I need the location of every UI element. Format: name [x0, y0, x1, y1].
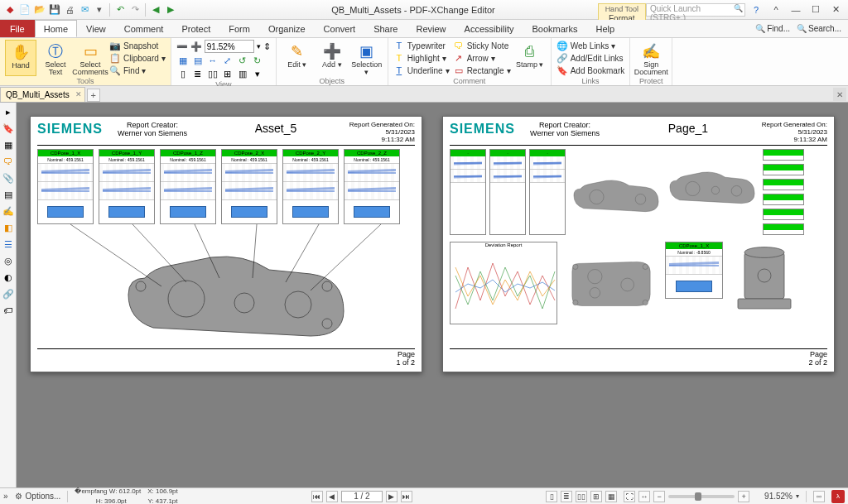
arrow-button[interactable]: ↗Arrow▾: [453, 52, 511, 64]
zoom-out-icon[interactable]: ➖: [176, 41, 188, 52]
panel-options-icon[interactable]: ▸: [2, 106, 14, 118]
content-panel-icon[interactable]: ☰: [2, 238, 14, 250]
undo-icon[interactable]: ↶: [113, 3, 127, 17]
select-comments-button[interactable]: ▭ Select Comments: [75, 40, 106, 76]
menu-bookmarks[interactable]: Bookmarks: [523, 20, 586, 37]
layout-two-icon[interactable]: ▯▯: [576, 491, 587, 502]
links-panel-icon[interactable]: 🔗: [2, 288, 14, 300]
status-expand-icon[interactable]: »: [3, 492, 8, 501]
close-all-tabs-icon[interactable]: ✕: [833, 88, 846, 101]
rotate-cw-icon[interactable]: ↻: [251, 55, 264, 66]
save-icon[interactable]: 💾: [48, 3, 61, 17]
select-text-button[interactable]: Ⓣ Select Text: [40, 40, 71, 76]
bookmarks-panel-icon[interactable]: 🔖: [2, 122, 14, 134]
find-tool-button[interactable]: 🔍Find▾: [109, 65, 166, 76]
document-tab[interactable]: QB_Multi_Assets ✕: [0, 87, 85, 102]
menu-comment[interactable]: Comment: [115, 20, 173, 37]
typewriter-button[interactable]: TTypewriter: [393, 40, 450, 51]
hand-button[interactable]: ✋ Hand: [5, 40, 36, 76]
fit-width-btn-icon[interactable]: ↔: [638, 491, 650, 502]
menu-home[interactable]: Home: [35, 20, 77, 37]
zoom-menu-icon[interactable]: ▾: [796, 492, 799, 500]
page-viewport[interactable]: SIEMENS Report Creator:Werner von Siemen…: [17, 103, 848, 487]
stamp-button[interactable]: ⎙Stamp ▾: [514, 40, 546, 76]
add-button[interactable]: ➕Add ▾: [316, 40, 348, 76]
zoom-spin-icon[interactable]: ⇕: [263, 41, 271, 52]
nav-fwd-icon[interactable]: ▶: [164, 3, 177, 17]
page-number-field[interactable]: 1 / 2: [341, 491, 383, 502]
zoom-out-btn-icon[interactable]: −: [653, 491, 665, 502]
fit-visible-icon[interactable]: ⤢: [221, 55, 234, 66]
menu-protect[interactable]: Protect: [172, 20, 219, 37]
close-tab-icon[interactable]: ✕: [75, 90, 82, 98]
layout-grid-icon[interactable]: ▦: [605, 491, 617, 502]
prev-page-icon[interactable]: ◀: [326, 491, 338, 502]
menu-convert[interactable]: Convert: [315, 20, 365, 37]
new-icon[interactable]: 📄: [18, 3, 31, 17]
print-icon[interactable]: 🖨: [63, 3, 76, 17]
edit-button[interactable]: ✎Edit ▾: [282, 40, 313, 76]
destinations-panel-icon[interactable]: ◎: [2, 255, 14, 266]
layout-icon[interactable]: ▥: [236, 68, 249, 79]
single-page-icon[interactable]: ▯: [176, 68, 190, 79]
zoom-value-field[interactable]: 91.52%: [205, 40, 254, 53]
two-page-icon[interactable]: ▯▯: [206, 68, 219, 79]
add-tab-button[interactable]: +: [87, 89, 100, 102]
selection-button[interactable]: ▣Selection ▾: [351, 40, 383, 76]
layers-panel-icon[interactable]: ◧: [2, 222, 14, 233]
two-cont-icon[interactable]: ⊞: [221, 68, 234, 79]
redo-icon[interactable]: ↷: [128, 3, 142, 17]
zoom-slider[interactable]: [668, 495, 735, 498]
fit-width-icon[interactable]: ↔: [206, 55, 219, 66]
menu-view[interactable]: View: [77, 20, 115, 37]
layout-twocont-icon[interactable]: ⊞: [590, 491, 602, 502]
sticky-note-button[interactable]: 🗨Sticky Note: [453, 40, 511, 51]
menu-form[interactable]: Form: [219, 20, 259, 37]
view-more-icon[interactable]: ▾: [251, 68, 264, 79]
menu-accessibility[interactable]: Accessibility: [455, 20, 523, 37]
zoom-in-btn-icon[interactable]: +: [738, 491, 749, 502]
zoom-in-icon[interactable]: ➕: [190, 41, 202, 52]
quick-launch-input[interactable]: Quick Launch (STRG+.): [646, 3, 745, 17]
fields-panel-icon[interactable]: ▤: [2, 189, 14, 200]
dcontrast-panel-icon[interactable]: ◐: [2, 271, 14, 283]
options-button[interactable]: ⚙ Options...: [15, 492, 61, 501]
layout-single-icon[interactable]: ▯: [546, 491, 557, 502]
attachments-panel-icon[interactable]: 📎: [2, 172, 14, 184]
snapshot-button[interactable]: 📷Snapshot: [109, 40, 166, 51]
rotate-ccw-icon[interactable]: ↺: [236, 55, 249, 66]
comments-panel-icon[interactable]: 🗨: [2, 156, 14, 167]
layout-cont-icon[interactable]: ≣: [561, 491, 572, 502]
menu-help[interactable]: Help: [587, 20, 624, 37]
signatures-panel-icon[interactable]: ✍: [2, 205, 14, 217]
maximize-icon[interactable]: ☐: [807, 2, 825, 17]
search-button[interactable]: 🔍Search...: [797, 24, 841, 33]
rectangle-button[interactable]: ▭Rectangle▾: [453, 65, 511, 76]
clipboard-button[interactable]: 📋Clipboard▾: [109, 52, 166, 64]
pdf-badge-icon[interactable]: λ: [831, 490, 845, 503]
underline-button[interactable]: TUnderline▾: [393, 65, 450, 76]
layout-squares-icon[interactable]: ▫▫: [813, 491, 825, 502]
fit-page-btn-icon[interactable]: ⛶: [624, 491, 635, 502]
qat-dropdown-icon[interactable]: ▾: [93, 3, 106, 17]
minimize-icon[interactable]: —: [787, 2, 805, 17]
ribbon-collapse-icon[interactable]: ^: [767, 2, 785, 17]
thumbnails-panel-icon[interactable]: ▦: [2, 139, 14, 151]
zoom-readout[interactable]: 91.52%: [753, 492, 793, 501]
close-window-icon[interactable]: ✕: [826, 2, 845, 17]
tags-panel-icon[interactable]: 🏷: [2, 305, 14, 316]
web-links-button[interactable]: 🌐Web Links▾: [556, 40, 625, 51]
zoom-dropdown-icon[interactable]: ▾: [257, 42, 261, 50]
last-page-icon[interactable]: ⏭: [401, 491, 412, 502]
next-page-icon[interactable]: ▶: [386, 491, 398, 502]
fit-page-icon[interactable]: ▤: [191, 55, 205, 66]
continuous-icon[interactable]: ≣: [191, 68, 205, 79]
open-icon[interactable]: 📂: [33, 3, 46, 17]
first-page-icon[interactable]: ⏮: [311, 491, 323, 502]
menu-review[interactable]: Review: [407, 20, 455, 37]
sign-document-button[interactable]: ✍Sign Document: [635, 40, 667, 76]
email-icon[interactable]: ✉: [78, 3, 91, 17]
menu-share[interactable]: Share: [364, 20, 407, 37]
menu-organize[interactable]: Organize: [259, 20, 315, 37]
help-icon[interactable]: ?: [747, 2, 765, 17]
